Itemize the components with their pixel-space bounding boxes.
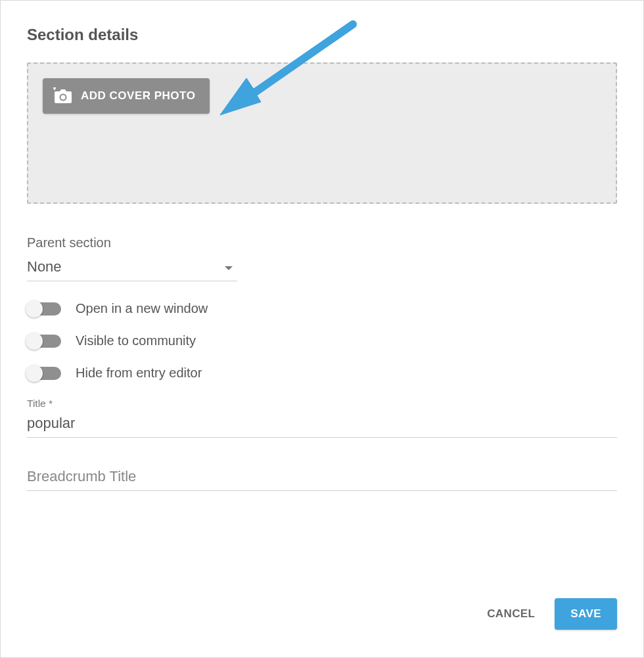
toggle-open-new-window-label: Open in a new window (76, 301, 208, 316)
breadcrumb-title-field (27, 465, 617, 491)
cover-photo-dropzone[interactable]: ADD COVER PHOTO (27, 62, 617, 204)
title-input[interactable] (27, 412, 617, 438)
chevron-down-icon (224, 262, 233, 273)
toggle-hide-entry-editor-label: Hide from entry editor (76, 365, 202, 381)
parent-section-select[interactable]: None (27, 254, 237, 281)
svg-rect-1 (54, 87, 55, 90)
add-cover-photo-button[interactable]: ADD COVER PHOTO (43, 78, 210, 114)
dialog-heading: Section details (27, 26, 617, 44)
parent-section-label: Parent section (27, 235, 617, 250)
cancel-button[interactable]: CANCEL (482, 599, 540, 628)
toggle-open-new-window-row: Open in a new window (27, 301, 617, 316)
save-button[interactable]: SAVE (555, 598, 617, 630)
toggle-hide-entry-editor-row: Hide from entry editor (27, 365, 617, 381)
section-details-dialog: Section details ADD COVER PHOTO Parent s… (0, 0, 644, 658)
parent-section-value: None (27, 258, 62, 275)
breadcrumb-title-input[interactable] (27, 465, 617, 491)
add-cover-photo-label: ADD COVER PHOTO (81, 89, 195, 103)
toggle-visible-community[interactable] (27, 335, 61, 348)
svg-point-3 (61, 95, 66, 100)
toggle-visible-community-label: Visible to community (76, 333, 196, 348)
title-label: Title * (27, 398, 617, 410)
parent-section-field: Parent section None (27, 235, 617, 281)
title-field: Title * (27, 398, 617, 438)
toggle-visible-community-row: Visible to community (27, 333, 617, 348)
toggle-hide-entry-editor[interactable] (27, 367, 61, 380)
dialog-actions: CANCEL SAVE (482, 598, 617, 630)
toggle-open-new-window[interactable] (27, 302, 61, 316)
camera-plus-icon (53, 87, 73, 105)
